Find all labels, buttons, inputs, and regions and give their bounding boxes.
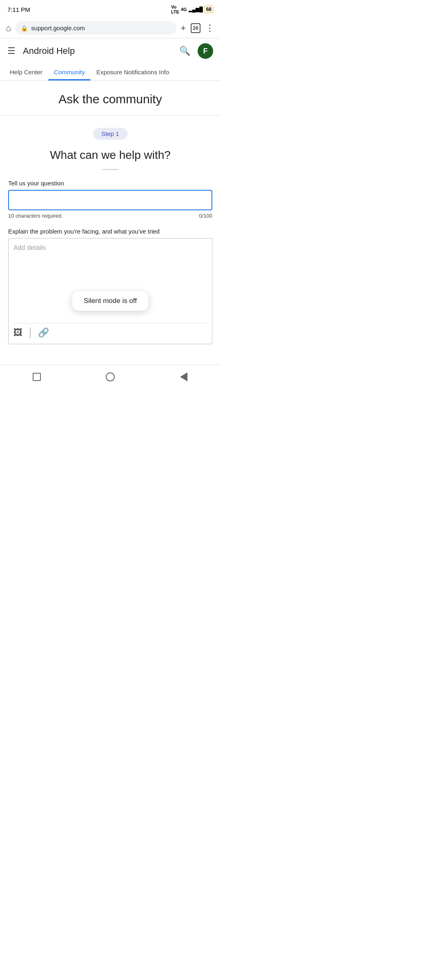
tab-count[interactable]: 26 bbox=[191, 23, 200, 33]
bottom-nav bbox=[0, 365, 220, 389]
details-box[interactable]: Add details Silent mode is off 🖼 🔗 bbox=[8, 238, 212, 344]
home-icon[interactable]: ⌂ bbox=[6, 23, 11, 33]
browser-bar: ⌂ 🔒 support.google.com + 26 ⋮ bbox=[0, 18, 220, 38]
input-hints: 10 characters required. 0/100 bbox=[8, 213, 212, 219]
details-toolbar: 🖼 🔗 bbox=[13, 323, 207, 338]
nav-circle-button[interactable] bbox=[104, 371, 116, 383]
link-icon[interactable]: 🔗 bbox=[38, 327, 49, 338]
avatar[interactable]: F bbox=[198, 43, 213, 59]
url-text: support.google.com bbox=[31, 24, 85, 31]
silent-mode-toast: Silent mode is off bbox=[72, 291, 148, 311]
page-title: Ask the community bbox=[7, 92, 213, 106]
details-field-label: Explain the problem you're facing, and w… bbox=[8, 228, 212, 235]
nav-circle-icon bbox=[106, 372, 115, 381]
app-title: Android Help bbox=[23, 46, 172, 56]
status-icons: VoLTE 4G ▂▄▆█ 68 bbox=[171, 4, 213, 14]
tab-help-center[interactable]: Help Center bbox=[4, 64, 48, 80]
question-field-label: Tell us your question bbox=[8, 180, 212, 187]
volte-icon: VoLTE bbox=[171, 4, 179, 14]
hamburger-icon[interactable]: ☰ bbox=[7, 46, 16, 56]
overflow-menu-icon[interactable]: ⋮ bbox=[205, 23, 215, 33]
tab-community[interactable]: Community bbox=[48, 64, 91, 80]
section-heading: What can we help with? bbox=[8, 149, 212, 162]
add-tab-icon[interactable]: + bbox=[180, 23, 186, 33]
browser-actions: + 26 ⋮ bbox=[180, 23, 215, 33]
4g-icon: 4G bbox=[181, 7, 187, 12]
nav-tabs: Help Center Community Exposure Notificat… bbox=[0, 64, 220, 81]
question-input[interactable] bbox=[8, 190, 212, 210]
char-count-hint: 0/100 bbox=[199, 213, 212, 219]
char-required-hint: 10 characters required. bbox=[8, 213, 63, 219]
nav-square-button[interactable] bbox=[31, 371, 43, 383]
url-bar[interactable]: 🔒 support.google.com bbox=[15, 21, 176, 35]
step-badge-container: Step 1 bbox=[8, 128, 212, 140]
page-title-section: Ask the community bbox=[0, 81, 220, 116]
nav-square-icon bbox=[33, 373, 41, 381]
lock-icon: 🔒 bbox=[21, 25, 28, 31]
app-header: ☰ Android Help 🔍 F bbox=[0, 38, 220, 64]
search-icon[interactable]: 🔍 bbox=[179, 46, 190, 56]
nav-back-button[interactable] bbox=[178, 371, 190, 383]
status-time: 7:11 PM bbox=[7, 6, 30, 13]
image-icon[interactable]: 🖼 bbox=[13, 327, 22, 338]
step-badge: Step 1 bbox=[93, 128, 127, 140]
signal-icon: ▂▄▆█ bbox=[189, 7, 203, 12]
main-content: Step 1 What can we help with? Tell us yo… bbox=[0, 116, 220, 352]
nav-back-icon bbox=[180, 372, 187, 381]
tab-exposure-notifications[interactable]: Exposure Notifications Info bbox=[91, 64, 175, 80]
details-placeholder: Add details bbox=[13, 244, 207, 252]
toolbar-divider bbox=[30, 327, 31, 338]
battery-icon: 68 bbox=[205, 6, 213, 13]
status-bar: 7:11 PM VoLTE 4G ▂▄▆█ 68 bbox=[0, 0, 220, 18]
section-divider bbox=[102, 169, 118, 170]
